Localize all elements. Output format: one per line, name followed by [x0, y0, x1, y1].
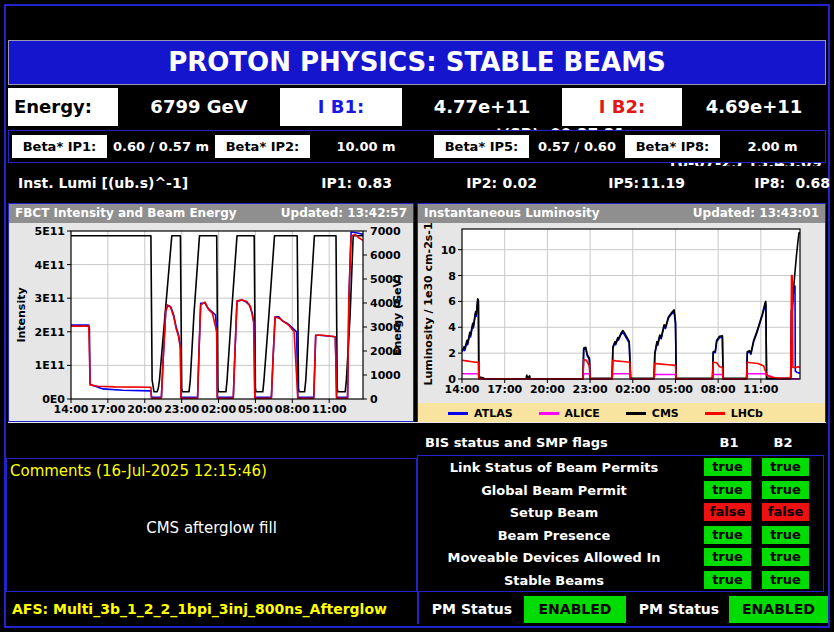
- status-badge: true: [762, 526, 809, 544]
- legend-line-icon: [448, 412, 468, 415]
- svg-text:10: 10: [441, 244, 457, 257]
- svg-text:11:00: 11:00: [743, 383, 778, 396]
- status-badge: true: [762, 481, 809, 499]
- svg-text:4: 4: [448, 321, 456, 334]
- status-badge: true: [762, 548, 809, 566]
- lhc-page1-screen: LHC Page1 Fill: 10843 E: 6799 GeV t(SB):…: [0, 0, 834, 632]
- bis-row-label: Moveable Devices Allowed In: [418, 550, 690, 565]
- inst-lumi-panel: Instantaneous Luminosity Updated: 13:43:…: [417, 203, 826, 422]
- legend-item-alice: ALICE: [539, 407, 600, 420]
- legend-line-icon: [705, 412, 725, 415]
- bis-row-label: Stable Beams: [418, 572, 690, 587]
- beta-ip5-label: Beta* IP5:: [434, 135, 529, 158]
- lumi-ip5-value: 11.19: [639, 166, 685, 200]
- svg-text:1E11: 1E11: [35, 359, 65, 372]
- svg-text:Intensity: Intensity: [15, 287, 28, 342]
- lumi-panel-title: Instantaneous Luminosity: [424, 204, 600, 223]
- svg-text:20:00: 20:00: [127, 403, 162, 416]
- svg-text:23:00: 23:00: [164, 403, 199, 416]
- legend-label: LHCb: [731, 407, 763, 420]
- status-badge: false: [704, 503, 751, 521]
- pm-status-b1-badge: ENABLED: [524, 596, 626, 623]
- beta-ip2-label: Beta* IP2:: [215, 135, 310, 158]
- beta-ip8-label: Beta* IP8:: [625, 135, 720, 158]
- svg-text:7000: 7000: [370, 225, 401, 238]
- svg-text:11:00: 11:00: [312, 403, 347, 416]
- svg-text:08:00: 08:00: [275, 403, 310, 416]
- svg-text:17:00: 17:00: [487, 383, 522, 396]
- legend-item-lhcb: LHCb: [705, 407, 763, 420]
- ib2-value: 4.69e+11: [682, 88, 826, 126]
- energy-value: 6799 GeV: [118, 88, 280, 126]
- afs-scheme: AFS: Multi_3b_1_2_2_1bpi_3inj_800ns_Afte…: [12, 595, 387, 624]
- ib1-label: I B1:: [280, 88, 402, 126]
- footer-bar: AFS: Multi_3b_1_2_2_1bpi_3inj_800ns_Afte…: [6, 595, 828, 624]
- status-badge: true: [704, 481, 751, 499]
- status-badge: true: [704, 548, 751, 566]
- beta-ip5-value: 0.57 / 0.60 m: [529, 131, 625, 162]
- bis-row-global-permit: Global Beam Permit true true: [418, 479, 823, 502]
- pm-status-b2-label: PM Status B2: [629, 595, 729, 632]
- fbct-intensity-chart: 14:0017:0020:0023:0002:0005:0008:0011:00…: [9, 223, 413, 421]
- status-badge: true: [704, 571, 751, 589]
- legend-item-atlas: ATLAS: [448, 407, 513, 420]
- bis-row-label: Beam Presence: [418, 527, 690, 542]
- footer-divider: [417, 592, 419, 624]
- beta-ip2-value: 10.00 m: [310, 131, 422, 162]
- bis-b1-col: B1: [709, 431, 749, 455]
- inst-lumi-label: Inst. Lumi [(ub.s)^-1]: [18, 166, 188, 200]
- beta-star-row: Beta* IP1: 0.60 / 0.57 m Beta* IP2: 10.0…: [8, 130, 826, 163]
- svg-text:1000: 1000: [370, 369, 401, 382]
- page-title: PROTON PHYSICS: STABLE BEAMS: [8, 40, 826, 85]
- bis-b2-col: B2: [763, 431, 803, 455]
- bis-row-moveable-devices: Moveable Devices Allowed In true true: [418, 546, 823, 569]
- svg-text:6000: 6000: [370, 249, 401, 262]
- beta-ip8-value: 2.00 m: [720, 131, 825, 162]
- svg-text:0: 0: [370, 393, 378, 406]
- legend-label: ATLAS: [474, 407, 513, 420]
- bis-row-beam-presence: Beam Presence true true: [418, 524, 823, 547]
- svg-text:20:00: 20:00: [530, 383, 565, 396]
- inst-lumi-chart: 14:0017:0020:0023:0002:0005:0008:0011:00…: [418, 223, 825, 399]
- bis-row-link-status: Link Status of Beam Permits true true: [418, 456, 823, 479]
- pm-status-b2-badge: ENABLED: [729, 596, 828, 623]
- fbct-intensity-panel: FBCT Intensity and Beam Energy Updated: …: [8, 203, 414, 422]
- inst-lumi-row: Inst. Lumi [(ub.s)^-1] IP1: 0.83 IP2: 0.…: [8, 166, 826, 200]
- lumi-legend: ATLASALICECMSLHCb: [418, 403, 825, 423]
- comments-title: Comments (16-Jul-2025 12:15:46): [10, 462, 267, 480]
- status-badge: true: [762, 458, 809, 476]
- lumi-ip2-label: IP2:: [447, 166, 497, 200]
- status-badge: true: [704, 526, 751, 544]
- charts-bottom-separator: [8, 422, 826, 423]
- beta-ip1-value: 0.60 / 0.57 m: [107, 131, 215, 162]
- energy-label: Energy:: [8, 88, 118, 126]
- svg-text:8: 8: [448, 270, 456, 283]
- svg-text:4E11: 4E11: [35, 259, 65, 272]
- svg-text:6: 6: [448, 295, 456, 308]
- bis-flags-panel: Link Status of Beam Permits true true Gl…: [417, 455, 824, 592]
- svg-text:02:00: 02:00: [201, 403, 236, 416]
- lumi-ip1-label: IP1:: [302, 166, 352, 200]
- svg-text:17:00: 17:00: [90, 403, 125, 416]
- header-bar: LHC Page1 Fill: 10843 E: 6799 GeV t(SB):…: [8, 9, 826, 37]
- svg-text:02:00: 02:00: [615, 383, 650, 396]
- beam-info-row: Energy: 6799 GeV I B1: 4.77e+11 I B2: 4.…: [8, 88, 826, 126]
- svg-text:Luminosity / 1e30 cm-2s-1: Luminosity / 1e30 cm-2s-1: [422, 223, 435, 386]
- svg-text:5E11: 5E11: [35, 225, 65, 238]
- lumi-ip1-value: 0.83: [352, 166, 392, 200]
- svg-text:0: 0: [448, 373, 456, 386]
- bis-title: BIS status and SMP flags: [425, 431, 608, 455]
- lumi-ip8-value: 0.68: [785, 166, 830, 200]
- bis-row-setup-beam: Setup Beam false false: [418, 501, 823, 524]
- bis-row-label: Global Beam Permit: [418, 482, 690, 497]
- legend-label: CMS: [652, 407, 679, 420]
- lumi-ip5-label: IP5:: [589, 166, 639, 200]
- svg-text:0E0: 0E0: [42, 393, 65, 406]
- fbct-panel-title: FBCT Intensity and Beam Energy: [15, 204, 237, 223]
- svg-text:23:00: 23:00: [573, 383, 608, 396]
- svg-text:05:00: 05:00: [238, 403, 273, 416]
- bis-header: BIS status and SMP flags B1 B2: [417, 431, 824, 455]
- fbct-panel-updated: Updated: 13:42:57: [281, 204, 407, 223]
- status-badge: true: [762, 571, 809, 589]
- beta-ip1-label: Beta* IP1:: [12, 135, 107, 158]
